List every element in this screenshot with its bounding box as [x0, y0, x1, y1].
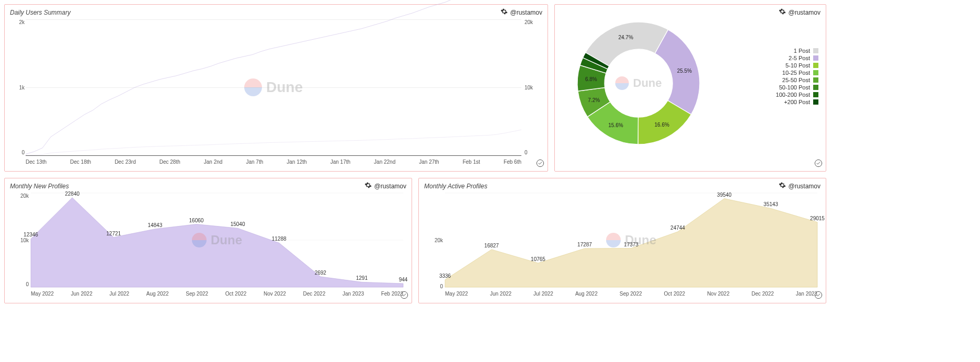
legend-item[interactable]: +200 Post: [776, 99, 818, 105]
data-label: 24744: [670, 225, 685, 231]
author-handle: @rustamov: [374, 183, 406, 190]
chart-title: Daily Users Summary: [10, 9, 71, 16]
donut-legend: 1 Post2-5 Post5-10 Post10-25 Post25-50 P…: [776, 47, 818, 106]
chart-area-daily: Dune: [26, 19, 521, 155]
legend-item[interactable]: 25-50 Post: [776, 77, 818, 83]
data-label: 3336: [439, 273, 451, 278]
legend-item[interactable]: 1 Post: [776, 48, 818, 54]
data-label: 14843: [147, 222, 162, 228]
author-handle: @rustamov: [788, 9, 821, 16]
data-label: 17287: [577, 242, 592, 247]
chart-author[interactable]: @rustamov: [500, 8, 542, 17]
gear-icon: [779, 182, 786, 190]
data-label: 35143: [764, 201, 778, 207]
chart-title: Monthly New Profiles: [10, 183, 69, 190]
x-axis: May 2022Jun 2022Jul 2022Aug 2022Sep 2022…: [445, 291, 817, 297]
chart-title: Monthly Active Profiles: [424, 183, 487, 190]
donut-chart: 24.7%25.5%16.6%15.6%7.2%6.8% Dune: [571, 15, 706, 151]
panel-monthly-new: Monthly New Profiles @rustamov 20k 10k 0…: [4, 178, 412, 303]
data-label: 29015: [810, 215, 825, 221]
panel-daily-users: Daily Users Summary @rustamov 2k 1k 0 20…: [4, 4, 548, 172]
panel-monthly-active: Monthly Active Profiles @rustamov 20k 0 …: [418, 178, 826, 303]
legend-item[interactable]: 2-5 Post: [776, 55, 818, 61]
data-label: 22840: [65, 190, 79, 196]
data-label: 12721: [106, 230, 121, 236]
data-label: 1291: [356, 275, 368, 281]
data-label: 10765: [531, 256, 545, 262]
check-icon[interactable]: [814, 291, 823, 301]
data-label: 11288: [272, 236, 287, 242]
x-axis: May 2022Jun 2022Jul 2022Aug 2022Sep 2022…: [31, 291, 403, 297]
chart-author[interactable]: @rustamov: [779, 182, 821, 190]
author-handle: @rustamov: [510, 9, 542, 16]
data-label: 16060: [189, 217, 204, 223]
gear-icon: [779, 8, 786, 17]
chart-author[interactable]: @rustamov: [364, 182, 406, 190]
chart-area-active: Dune 33361682710765172871737324744395403…: [445, 193, 817, 287]
data-label: 15040: [231, 221, 245, 227]
check-icon[interactable]: [400, 291, 408, 301]
chart-area-new: Dune 12346228401272114843160601504011288…: [31, 193, 403, 287]
legend-item[interactable]: 10-25 Post: [776, 70, 818, 76]
chart-author[interactable]: @rustamov: [779, 8, 821, 17]
gear-icon: [500, 8, 508, 17]
data-label: 16827: [484, 243, 499, 248]
panel-post-distribution: @rustamov 24.7%25.5%16.6%15.6%7.2%6.8% D…: [554, 4, 826, 172]
x-axis: Dec 13thDec 18thDec 23rdDec 28thJan 2ndJ…: [26, 159, 521, 165]
y-axis-left: 2k 1k 0: [9, 19, 25, 155]
dashboard-grid: Daily Users Summary @rustamov 2k 1k 0 20…: [4, 4, 980, 303]
data-label: 12346: [24, 232, 38, 237]
gear-icon: [364, 182, 372, 190]
data-label: 17373: [624, 241, 639, 247]
data-label: 39540: [717, 191, 732, 197]
y-axis-right: 20k 10k 0: [525, 19, 540, 155]
check-icon[interactable]: [814, 159, 823, 169]
data-label: 2692: [315, 270, 326, 276]
check-icon[interactable]: [536, 159, 544, 169]
author-handle: @rustamov: [788, 183, 821, 190]
data-label: 944: [399, 277, 408, 282]
legend-item[interactable]: 5-10 Post: [776, 62, 818, 69]
legend-item[interactable]: 100-200 Post: [776, 92, 818, 98]
y-axis: 20k 10k 0: [10, 193, 29, 287]
legend-item[interactable]: 50-100 Post: [776, 84, 818, 90]
